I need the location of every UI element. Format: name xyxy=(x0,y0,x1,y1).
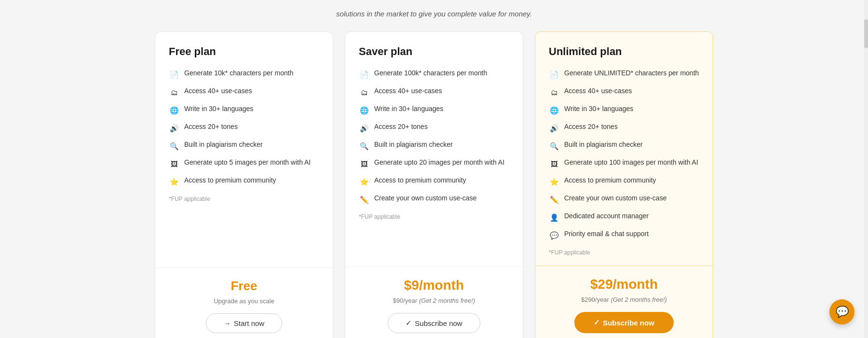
feature-list-saver: 📄Generate 100k* characters per month🗂Acc… xyxy=(359,69,509,205)
plan-footer-unlimited: $29/month$290/year (Get 2 months free!)✓… xyxy=(535,266,713,338)
list-item: 📄Generate 10k* characters per month xyxy=(169,69,319,80)
chat-icon: 💬 xyxy=(836,306,849,318)
feature-icon-saver-2: 🌐 xyxy=(359,105,369,115)
plan-body-saver: Saver plan📄Generate 100k* characters per… xyxy=(345,32,523,267)
list-item: ⭐Access to premium community xyxy=(359,176,509,187)
feature-icon-free-1: 🗂 xyxy=(169,87,179,98)
saver-button-icon: ✓ xyxy=(406,319,412,327)
feature-text-unlimited-8: Dedicated account manager xyxy=(564,211,649,221)
list-item: 🖼Generate upto 100 images per month with… xyxy=(549,158,699,169)
list-item: 👤Dedicated account manager xyxy=(549,211,699,223)
price-amount-saver: $9/month xyxy=(404,278,464,293)
list-item: 🔍Built in plagiarism checker xyxy=(359,140,509,151)
free-subscribe-button[interactable]: → Start now xyxy=(206,313,282,333)
price-label-free: Free xyxy=(231,279,258,294)
feature-icon-unlimited-3: 🔊 xyxy=(549,123,559,133)
feature-text-free-0: Generate 10k* characters per month xyxy=(184,69,293,78)
list-item: ✏️Create your own custom use-case xyxy=(549,194,699,205)
price-sub-saver: $90/year (Get 2 months free!) xyxy=(393,297,475,304)
feature-icon-unlimited-6: ⭐ xyxy=(549,176,559,187)
feature-text-unlimited-6: Access to premium community xyxy=(564,176,656,185)
scrollbar-thumb[interactable] xyxy=(864,19,868,48)
feature-icon-free-3: 🔊 xyxy=(169,123,179,133)
feature-icon-saver-5: 🖼 xyxy=(359,158,369,169)
feature-list-unlimited: 📄Generate UNLIMITED* characters per mont… xyxy=(549,69,699,240)
price-amount-unlimited: $29/month xyxy=(590,277,658,292)
plan-card-saver: Saver plan📄Generate 100k* characters per… xyxy=(345,31,523,338)
feature-text-unlimited-9: Priority email & chat support xyxy=(564,229,649,239)
list-item: 🔊Access 20+ tones xyxy=(169,122,319,133)
free-button-icon: → xyxy=(224,319,231,327)
list-item: 🗂Access 40+ use-cases xyxy=(169,86,319,98)
list-item: 📄Generate UNLIMITED* characters per mont… xyxy=(549,69,699,80)
list-item: 🔊Access 20+ tones xyxy=(549,122,699,133)
list-item: ⭐Access to premium community xyxy=(549,176,699,187)
saver-subscribe-button[interactable]: ✓ Subscribe now xyxy=(388,313,480,333)
feature-icon-saver-3: 🔊 xyxy=(359,123,369,133)
feature-icon-unlimited-9: 💬 xyxy=(549,230,559,240)
feature-text-free-3: Access 20+ tones xyxy=(184,122,238,132)
feature-text-saver-1: Access 40+ use-cases xyxy=(374,86,442,96)
feature-icon-free-0: 📄 xyxy=(169,69,179,80)
plan-body-free: Free plan📄Generate 10k* characters per m… xyxy=(155,32,333,268)
feature-text-free-4: Built in plagiarism checker xyxy=(184,140,263,150)
fup-note-free: *FUP applicable xyxy=(169,196,319,202)
plan-body-unlimited: Unlimited plan📄Generate UNLIMITED* chara… xyxy=(535,32,713,266)
feature-text-saver-7: Create your own custom use-case xyxy=(374,194,476,203)
feature-icon-free-2: 🌐 xyxy=(169,105,179,115)
list-item: 📄Generate 100k* characters per month xyxy=(359,69,509,80)
feature-icon-saver-0: 📄 xyxy=(359,69,369,80)
list-item: 🌐Write in 30+ languages xyxy=(169,104,319,115)
feature-text-saver-2: Write in 30+ languages xyxy=(374,104,443,114)
feature-icon-unlimited-7: ✏️ xyxy=(549,194,559,205)
feature-text-unlimited-0: Generate UNLIMITED* characters per month xyxy=(564,69,699,78)
price-sub-free: Upgrade as you scale xyxy=(214,297,274,305)
feature-text-free-5: Generate upto 5 images per month with AI xyxy=(184,158,311,168)
list-item: 💬Priority email & chat support xyxy=(549,229,699,240)
feature-text-free-1: Access 40+ use-cases xyxy=(184,86,252,96)
fup-note-saver: *FUP applicable xyxy=(359,213,509,220)
feature-list-free: 📄Generate 10k* characters per month🗂Acce… xyxy=(169,69,319,187)
scrollbar[interactable] xyxy=(864,0,868,338)
feature-text-saver-5: Generate upto 20 images per month with A… xyxy=(374,158,504,168)
feature-text-unlimited-4: Built in plagiarism checker xyxy=(564,140,643,150)
list-item: 🖼Generate upto 5 images per month with A… xyxy=(169,158,319,169)
feature-icon-saver-4: 🔍 xyxy=(359,141,369,151)
feature-text-unlimited-2: Write in 30+ languages xyxy=(564,104,633,114)
feature-icon-unlimited-2: 🌐 xyxy=(549,105,559,115)
list-item: 🔍Built in plagiarism checker xyxy=(169,140,319,151)
list-item: 🗂Access 40+ use-cases xyxy=(549,86,699,98)
unlimited-subscribe-button[interactable]: ✓ Subscribe now xyxy=(574,312,674,333)
plans-container: Free plan📄Generate 10k* characters per m… xyxy=(154,31,714,338)
plan-name-unlimited: Unlimited plan xyxy=(549,45,699,58)
list-item: 🌐Write in 30+ languages xyxy=(549,104,699,115)
plan-name-free: Free plan xyxy=(169,45,319,58)
saver-button-label: Subscribe now xyxy=(415,319,462,327)
list-item: ✏️Create your own custom use-case xyxy=(359,194,509,205)
feature-icon-unlimited-1: 🗂 xyxy=(549,87,559,98)
feature-text-saver-3: Access 20+ tones xyxy=(374,122,428,132)
list-item: 🗂Access 40+ use-cases xyxy=(359,86,509,98)
feature-text-saver-4: Built in plagiarism checker xyxy=(374,140,453,150)
list-item: 🌐Write in 30+ languages xyxy=(359,104,509,115)
page-subtitle: solutions in the market to give you comp… xyxy=(336,10,532,18)
list-item: ⭐Access to premium community xyxy=(169,176,319,187)
plan-card-unlimited: Unlimited plan📄Generate UNLIMITED* chara… xyxy=(535,31,713,338)
feature-icon-saver-6: ⭐ xyxy=(359,176,369,187)
feature-icon-unlimited-0: 📄 xyxy=(549,69,559,80)
fup-note-unlimited: *FUP applicable xyxy=(549,249,699,256)
feature-text-unlimited-1: Access 40+ use-cases xyxy=(564,86,632,96)
unlimited-button-icon: ✓ xyxy=(594,318,600,327)
feature-icon-unlimited-4: 🔍 xyxy=(549,141,559,151)
list-item: 🔍Built in plagiarism checker xyxy=(549,140,699,151)
plan-footer-free: FreeUpgrade as you scale→ Start now xyxy=(155,268,333,338)
plan-footer-saver: $9/month$90/year (Get 2 months free!)✓ S… xyxy=(345,267,523,338)
list-item: 🖼Generate upto 20 images per month with … xyxy=(359,158,509,169)
feature-icon-saver-7: ✏️ xyxy=(359,194,369,205)
feature-text-saver-6: Access to premium community xyxy=(374,176,466,185)
list-item: 🔊Access 20+ tones xyxy=(359,122,509,133)
unlimited-button-label: Subscribe now xyxy=(603,319,654,327)
price-sub-unlimited: $290/year (Get 2 months free!) xyxy=(581,296,667,303)
feature-text-unlimited-3: Access 20+ tones xyxy=(564,122,618,132)
chat-bubble[interactable]: 💬 xyxy=(829,299,854,324)
